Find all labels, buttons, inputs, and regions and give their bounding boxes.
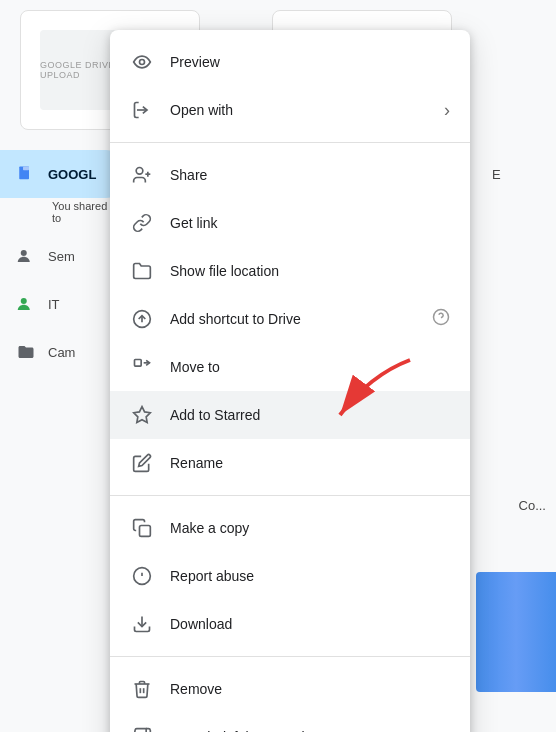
svg-rect-1 bbox=[23, 167, 29, 171]
menu-item-preview[interactable]: Preview bbox=[110, 38, 470, 86]
svg-marker-12 bbox=[134, 407, 151, 423]
report-abuse-label: Report abuse bbox=[170, 568, 450, 584]
sidebar-sem-label: Sem bbox=[48, 249, 75, 264]
people-icon-sem bbox=[16, 246, 36, 266]
svg-rect-11 bbox=[135, 360, 142, 367]
menu-item-not-helpful[interactable]: Not a helpful suggestion bbox=[110, 713, 470, 732]
menu-item-open-with[interactable]: Open with › bbox=[110, 86, 470, 134]
preview-label: Preview bbox=[170, 54, 450, 70]
open-with-icon bbox=[130, 98, 154, 122]
move-icon bbox=[130, 355, 154, 379]
svg-rect-13 bbox=[140, 526, 151, 537]
help-icon bbox=[432, 308, 450, 331]
bg-right-co: Co... bbox=[519, 498, 546, 513]
menu-item-download[interactable]: Download bbox=[110, 600, 470, 648]
svg-point-3 bbox=[21, 298, 27, 304]
divider-3 bbox=[110, 656, 470, 657]
menu-item-show-file-location[interactable]: Show file location bbox=[110, 247, 470, 295]
sidebar-it-label: IT bbox=[48, 297, 60, 312]
people-icon-it bbox=[16, 294, 36, 314]
folder-icon-cam bbox=[16, 342, 36, 362]
get-link-label: Get link bbox=[170, 215, 450, 231]
divider-2 bbox=[110, 495, 470, 496]
download-icon bbox=[130, 612, 154, 636]
person-add-icon bbox=[130, 163, 154, 187]
menu-item-rename[interactable]: Rename bbox=[110, 439, 470, 487]
divider-1 bbox=[110, 142, 470, 143]
sidebar-cam-label: Cam bbox=[48, 345, 75, 360]
svg-point-6 bbox=[136, 168, 143, 175]
background-right: E bbox=[476, 150, 556, 198]
open-with-arrow: › bbox=[444, 100, 450, 121]
edit-icon bbox=[130, 451, 154, 475]
move-to-label: Move to bbox=[170, 359, 450, 375]
share-label: Share bbox=[170, 167, 450, 183]
menu-item-make-copy[interactable]: Make a copy bbox=[110, 504, 470, 552]
folder-icon bbox=[130, 259, 154, 283]
add-starred-label: Add to Starred bbox=[170, 407, 450, 423]
rename-label: Rename bbox=[170, 455, 450, 471]
doc-icon bbox=[16, 164, 36, 184]
remove-label: Remove bbox=[170, 681, 450, 697]
menu-item-add-starred[interactable]: Add to Starred bbox=[110, 391, 470, 439]
thumbdown-icon bbox=[130, 725, 154, 732]
open-with-label: Open with bbox=[170, 102, 444, 118]
eye-icon bbox=[130, 50, 154, 74]
warning-icon bbox=[130, 564, 154, 588]
bg-decoration bbox=[476, 572, 556, 692]
link-icon bbox=[130, 211, 154, 235]
bg-right-e: E bbox=[476, 150, 556, 198]
add-shortcut-label: Add shortcut to Drive bbox=[170, 311, 424, 327]
sidebar-googl-label: GOOGL bbox=[48, 167, 96, 182]
make-copy-label: Make a copy bbox=[170, 520, 450, 536]
download-label: Download bbox=[170, 616, 450, 632]
menu-item-share[interactable]: Share bbox=[110, 151, 470, 199]
star-icon bbox=[130, 403, 154, 427]
copy-icon bbox=[130, 516, 154, 540]
svg-point-2 bbox=[21, 250, 27, 256]
context-menu: Preview Open with › Share Get link Show … bbox=[110, 30, 470, 732]
menu-item-add-shortcut[interactable]: Add shortcut to Drive bbox=[110, 295, 470, 343]
menu-item-get-link[interactable]: Get link bbox=[110, 199, 470, 247]
trash-icon bbox=[130, 677, 154, 701]
show-file-location-label: Show file location bbox=[170, 263, 450, 279]
shortcut-icon bbox=[130, 307, 154, 331]
menu-item-move-to[interactable]: Move to bbox=[110, 343, 470, 391]
menu-item-report-abuse[interactable]: Report abuse bbox=[110, 552, 470, 600]
menu-item-remove[interactable]: Remove bbox=[110, 665, 470, 713]
svg-point-4 bbox=[140, 60, 145, 65]
